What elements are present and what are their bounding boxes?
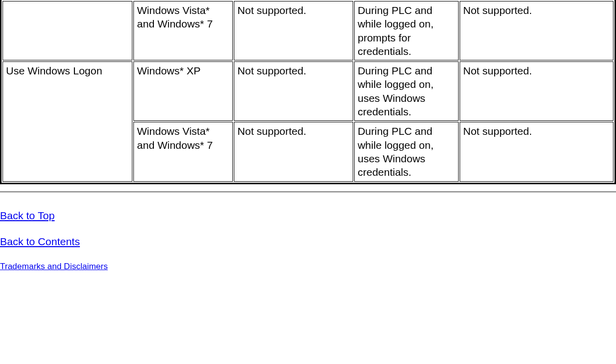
cell-support-a: Not supported.	[234, 1, 353, 60]
trademarks-link[interactable]: Trademarks and Disclaimers	[0, 262, 616, 272]
cell-support-b: Not supported.	[460, 122, 614, 181]
table-row: Windows Vista* and Windows* 7 Not suppor…	[2, 1, 614, 60]
cell-support-b: Not supported.	[460, 1, 614, 60]
cell-support-b: Not supported.	[460, 61, 614, 121]
cell-mode	[2, 1, 132, 60]
cell-behavior: During PLC and while logged on, prompts …	[354, 1, 459, 60]
cell-support-a: Not supported.	[234, 61, 353, 121]
support-table: Windows Vista* and Windows* 7 Not suppor…	[0, 0, 616, 184]
cell-os: Windows* XP	[133, 61, 233, 121]
cell-behavior: During PLC and while logged on, uses Win…	[354, 122, 459, 181]
cell-os: Windows Vista* and Windows* 7	[133, 122, 233, 181]
footer-links: Back to Top Back to Contents Trademarks …	[0, 193, 616, 272]
back-to-contents-link[interactable]: Back to Contents	[0, 236, 616, 248]
cell-support-a: Not supported.	[234, 122, 353, 181]
table-row: Use Windows Logon Windows* XP Not suppor…	[2, 61, 614, 121]
cell-mode: Use Windows Logon	[2, 61, 132, 181]
cell-behavior: During PLC and while logged on, uses Win…	[354, 61, 459, 121]
back-to-top-link[interactable]: Back to Top	[0, 210, 616, 222]
cell-os: Windows Vista* and Windows* 7	[133, 1, 233, 60]
